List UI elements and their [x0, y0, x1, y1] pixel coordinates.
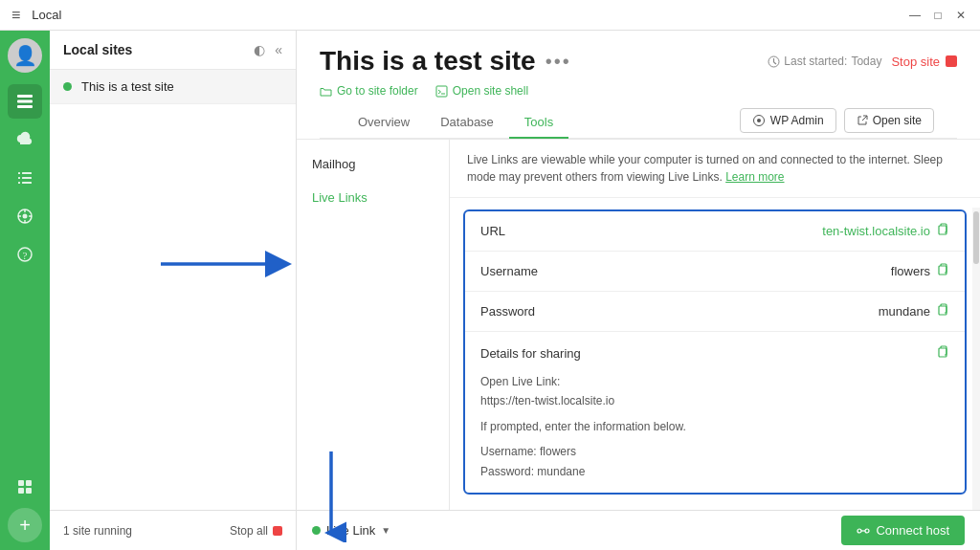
folder-icon: [320, 85, 332, 98]
collapse-icon[interactable]: «: [275, 42, 282, 57]
live-link-button[interactable]: Live Link ▼: [312, 523, 390, 538]
close-button[interactable]: ✕: [953, 8, 969, 23]
go-to-folder-link[interactable]: Go to site folder: [320, 84, 418, 98]
svg-point-29: [757, 119, 761, 122]
details-line-3: If prompted, enter the information below…: [480, 417, 686, 436]
open-shell-link[interactable]: Open site shell: [435, 84, 528, 98]
url-row: URL ten-twist.localsite.io: [465, 211, 965, 252]
history-icon[interactable]: ◐: [254, 42, 265, 57]
svg-rect-32: [939, 266, 947, 275]
open-site-button[interactable]: Open site: [844, 108, 934, 133]
svg-rect-22: [26, 488, 32, 494]
svg-line-30: [862, 116, 867, 121]
url-value: ten-twist.localsite.io: [822, 224, 930, 238]
svg-rect-19: [18, 480, 24, 486]
username-label: Username: [480, 264, 567, 278]
tab-tools[interactable]: Tools: [509, 107, 568, 139]
add-site-button[interactable]: +: [8, 508, 42, 542]
url-copy-button[interactable]: [936, 223, 949, 239]
tools-item-livelinks[interactable]: Live Links: [297, 181, 449, 214]
svg-rect-2: [17, 95, 33, 98]
live-link-chevron-icon: ▼: [381, 525, 390, 536]
site-title: This is a test site: [320, 46, 536, 77]
connect-host-label: Connect host: [876, 523, 949, 538]
last-started-value: Today: [851, 55, 881, 68]
copy-icon: [936, 345, 949, 359]
username-copy-button[interactable]: [936, 263, 949, 279]
svg-rect-10: [22, 182, 32, 184]
wp-admin-button[interactable]: WP Admin: [740, 108, 836, 133]
svg-point-36: [865, 529, 869, 533]
svg-rect-31: [939, 226, 947, 234]
site-list-name: This is a test site: [81, 79, 174, 94]
minimize-button[interactable]: —: [907, 8, 923, 23]
sidebar-icon-help[interactable]: ?: [8, 237, 42, 272]
status-bar: 1 site running Stop all: [50, 510, 296, 550]
live-link-dot: [312, 526, 321, 535]
svg-rect-9: [18, 182, 20, 184]
details-copy-button[interactable]: [936, 343, 949, 366]
svg-rect-6: [22, 172, 32, 174]
main-header: This is a test site ••• Last started: To…: [297, 31, 980, 140]
sidebar-icon-cloud[interactable]: [8, 122, 42, 157]
svg-text:?: ?: [23, 250, 28, 261]
username-row: Username flowers: [465, 252, 965, 292]
last-started: Last started: Today: [768, 55, 881, 68]
copy-icon: [936, 263, 949, 276]
sites-sidebar-title: Local sites: [63, 42, 254, 57]
running-count: 1 site running: [63, 524, 218, 538]
terminal-icon: [435, 85, 448, 98]
connect-host-button[interactable]: Connect host: [841, 516, 965, 545]
svg-rect-3: [17, 100, 33, 103]
details-line-5: Username: flowers: [480, 442, 686, 461]
svg-rect-21: [18, 488, 24, 494]
learn-more-link[interactable]: Learn more: [725, 170, 784, 184]
stop-site-button[interactable]: Stop site: [891, 55, 957, 69]
svg-rect-34: [939, 348, 947, 357]
sites-sidebar: Local sites ◐ « This is a test site 1 si…: [50, 31, 297, 550]
connect-icon: [857, 524, 870, 538]
svg-rect-8: [22, 177, 32, 179]
live-links-box: URL ten-twist.localsite.io: [463, 209, 967, 495]
site-list-item[interactable]: This is a test site: [50, 70, 296, 104]
details-line-1: https://ten-twist.localsite.io: [480, 391, 686, 410]
stop-all-button[interactable]: Stop all: [230, 524, 282, 538]
menu-icon[interactable]: ≡: [11, 7, 20, 24]
svg-rect-7: [18, 177, 20, 179]
live-links-info: Live Links are viewable while your compu…: [450, 140, 980, 198]
sidebar-icon-plugin[interactable]: [8, 199, 42, 233]
sidebar-icon-list[interactable]: [8, 161, 42, 195]
tab-database[interactable]: Database: [425, 107, 509, 139]
icon-sidebar: 👤: [0, 31, 50, 550]
copy-icon: [936, 223, 949, 236]
live-link-label: Live Link: [326, 523, 375, 538]
maximize-button[interactable]: □: [930, 8, 946, 23]
svg-line-25: [774, 62, 777, 64]
details-line-0: Open Live Link:: [480, 372, 686, 391]
username-value: flowers: [891, 264, 930, 278]
tools-content: Mailhog Live Links Live Links are viewab…: [297, 140, 980, 550]
stop-all-icon: [273, 526, 282, 536]
avatar[interactable]: 👤: [8, 38, 42, 73]
tab-overview[interactable]: Overview: [343, 107, 425, 139]
wordpress-icon: [752, 114, 766, 127]
password-label: Password: [480, 304, 567, 319]
copy-icon: [936, 303, 949, 317]
main-bottom-bar: Live Link ▼ Connect host: [297, 510, 980, 550]
svg-rect-5: [18, 172, 20, 174]
svg-rect-33: [939, 306, 947, 315]
svg-rect-20: [26, 480, 32, 486]
sidebar-icon-sites[interactable]: [8, 84, 42, 119]
site-menu-dots[interactable]: •••: [546, 51, 571, 73]
password-value: mundane: [879, 304, 930, 319]
details-title: Details for sharing: [480, 343, 686, 364]
password-copy-button[interactable]: [936, 303, 949, 319]
main-content: This is a test site ••• Last started: To…: [297, 31, 980, 550]
live-links-panel: Live Links are viewable while your compu…: [450, 140, 980, 510]
sidebar-icon-grid[interactable]: [8, 470, 42, 504]
app-title: Local: [32, 8, 61, 22]
stop-site-icon: [946, 55, 957, 67]
details-sharing: Details for sharing Open Live Link: http…: [465, 332, 965, 493]
svg-point-35: [858, 529, 861, 533]
tools-item-mailhog[interactable]: Mailhog: [297, 147, 449, 181]
